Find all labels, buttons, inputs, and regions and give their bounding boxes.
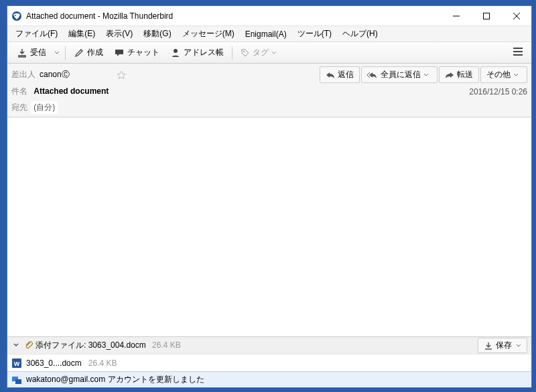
star-icon[interactable]	[117, 70, 126, 80]
save-label: 保存	[496, 340, 512, 351]
tag-label: タグ	[253, 47, 269, 58]
sender-label: 差出人	[11, 69, 36, 80]
subject-value: Attached document	[34, 86, 109, 96]
forward-icon	[445, 71, 454, 79]
svg-rect-14	[15, 379, 21, 384]
menu-help[interactable]: ヘルプ(H)	[337, 27, 383, 41]
attachment-filename[interactable]: 3063_004.docm	[88, 340, 146, 350]
forward-label: 転送	[457, 69, 473, 80]
menu-view[interactable]: 表示(V)	[100, 27, 138, 41]
other-actions-button[interactable]: その他	[480, 66, 527, 83]
email-date: 2016/12/15 0:26	[469, 87, 527, 96]
chat-icon	[114, 48, 125, 58]
reply-label: 返信	[338, 69, 354, 80]
word-doc-icon[interactable]: W	[11, 358, 22, 369]
attachment-row-filename[interactable]: 3063_0....docm	[26, 358, 82, 368]
app-menu-button[interactable]	[509, 44, 527, 61]
chevron-down-icon	[423, 72, 429, 78]
save-icon	[484, 341, 493, 350]
svg-point-1	[15, 15, 16, 16]
attachment-label: 添付ファイル:	[36, 340, 86, 350]
window-title: Attached document - Mozilla Thunderbird	[26, 11, 441, 21]
menu-file[interactable]: ファイル(F)	[10, 27, 63, 41]
menu-tools[interactable]: ツール(T)	[292, 27, 337, 41]
svg-point-6	[174, 49, 178, 53]
pencil-icon	[74, 48, 84, 58]
compose-button[interactable]: 作成	[68, 45, 109, 60]
chevron-down-icon	[513, 72, 519, 78]
attachment-row-size: 26.4 KB	[88, 358, 117, 368]
receive-dropdown[interactable]	[52, 46, 62, 60]
paperclip-icon	[23, 340, 33, 351]
chat-label: チャット	[127, 47, 159, 58]
hamburger-icon	[513, 47, 523, 56]
maximize-button[interactable]	[471, 6, 501, 25]
download-icon	[17, 48, 27, 58]
toolbar: 受信 作成 チャット アドレス帳 タグ	[7, 42, 531, 64]
subject-label: 件名	[11, 86, 27, 96]
menu-message[interactable]: メッセージ(M)	[177, 27, 240, 41]
to-value[interactable]: (自分)	[31, 101, 58, 114]
svg-text:W: W	[14, 361, 20, 367]
menubar: ファイル(F) 編集(E) 表示(V) 移動(G) メッセージ(M) Enigm…	[7, 26, 531, 42]
message-body	[7, 117, 531, 336]
tag-icon	[241, 48, 250, 58]
compose-label: 作成	[87, 47, 103, 58]
reply-icon	[326, 71, 335, 79]
attachment-size: 26.4 KB	[152, 340, 181, 350]
sync-icon	[11, 375, 22, 385]
menu-enigmail[interactable]: Enigmail(A)	[240, 28, 292, 40]
statusbar: wakatono@gmail.com アカウントを更新しました	[7, 371, 531, 387]
close-button[interactable]	[501, 6, 531, 25]
receive-button[interactable]: 受信	[11, 45, 52, 60]
message-header: 差出人 canonⒸ 返信 全員に返信 転送	[7, 64, 531, 117]
minimize-button[interactable]	[441, 6, 471, 25]
attachment-bar: 添付ファイル: 3063_004.docm 26.4 KB 保存	[7, 336, 531, 354]
reply-all-button[interactable]: 全員に返信	[361, 66, 438, 83]
sender-value[interactable]: canonⒸ	[40, 69, 70, 80]
attachment-toggle[interactable]	[11, 340, 21, 352]
to-label: 宛先	[11, 103, 27, 112]
status-text: wakatono@gmail.com アカウントを更新しました	[26, 374, 204, 385]
addressbook-label: アドレス帳	[184, 47, 224, 58]
reply-all-icon	[367, 71, 378, 79]
attachment-row: W 3063_0....docm 26.4 KB	[7, 354, 531, 371]
svg-point-7	[243, 51, 245, 52]
receive-label: 受信	[30, 47, 46, 58]
reply-all-label: 全員に返信	[381, 69, 421, 80]
forward-button[interactable]: 転送	[439, 66, 479, 83]
person-icon	[170, 48, 181, 58]
other-label: その他	[486, 69, 511, 80]
svg-rect-3	[483, 13, 489, 19]
reply-button[interactable]: 返信	[320, 66, 360, 83]
save-attachment-button[interactable]: 保存	[478, 338, 527, 353]
tag-button[interactable]: タグ	[235, 45, 285, 60]
titlebar: Attached document - Mozilla Thunderbird	[7, 6, 531, 26]
menu-edit[interactable]: 編集(E)	[63, 27, 100, 41]
chat-button[interactable]: チャット	[109, 45, 165, 60]
menu-go[interactable]: 移動(G)	[138, 27, 176, 41]
chevron-down-icon	[516, 343, 521, 348]
thunderbird-icon	[11, 11, 22, 21]
addressbook-button[interactable]: アドレス帳	[165, 45, 229, 60]
